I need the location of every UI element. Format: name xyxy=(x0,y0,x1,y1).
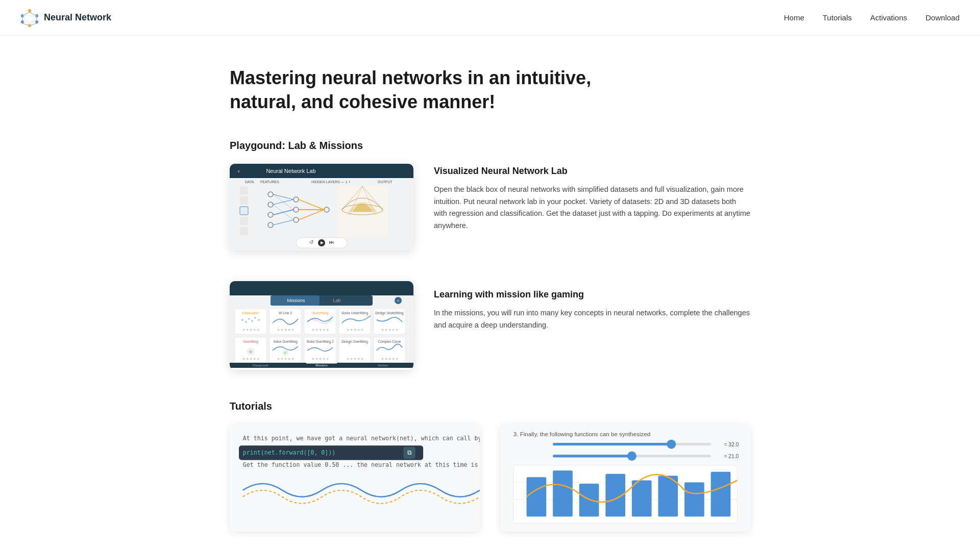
svg-text:★★★★★: ★★★★★ xyxy=(311,357,329,361)
lab-feature-desc: Open the black box of neural networks wi… xyxy=(434,184,750,233)
svg-text:= 21.0: = 21.0 xyxy=(724,453,739,459)
svg-rect-26 xyxy=(240,207,248,215)
svg-text:Underfitting: Underfitting xyxy=(311,311,329,315)
nav-home[interactable]: Home xyxy=(784,13,804,22)
svg-rect-130 xyxy=(527,477,547,516)
svg-text:★★★★★: ★★★★★ xyxy=(242,328,260,332)
nav-download[interactable]: Download xyxy=(925,13,960,22)
svg-line-7 xyxy=(30,12,37,16)
svg-line-6 xyxy=(22,12,30,16)
nav-activations[interactable]: Activations xyxy=(870,13,908,22)
svg-text:FEATURES: FEATURES xyxy=(260,180,279,184)
svg-point-67 xyxy=(242,319,243,320)
svg-text:Get the function value 0.50 ..: Get the function value 0.50 ... the neur… xyxy=(243,461,480,468)
tutorials-section-title: Tutorials xyxy=(230,400,750,412)
svg-text:print(net.forward([0, 0])): print(net.forward([0, 0])) xyxy=(243,449,335,456)
svg-text:Playground: Playground xyxy=(253,364,268,367)
svg-text:Complex Curve: Complex Curve xyxy=(378,340,401,344)
svg-rect-24 xyxy=(240,186,248,194)
navbar: Neural Network Home Tutorials Activation… xyxy=(0,0,980,36)
svg-point-70 xyxy=(252,320,253,321)
lab-screenshot-svg: ‹ Neural Network Lab DATA FEATURES HIDDE… xyxy=(230,164,413,251)
svg-point-72 xyxy=(258,319,260,320)
svg-text:★★★★★: ★★★★★ xyxy=(277,328,295,332)
svg-text:★★★★★: ★★★★★ xyxy=(311,328,329,332)
svg-text:✓: ✓ xyxy=(284,350,287,355)
missions-description: Learning with mission like gaming In the… xyxy=(434,281,750,332)
tutorial-1-svg: At this point, we have got a neural netw… xyxy=(230,424,480,530)
missions-feature-title: Learning with mission like gaming xyxy=(434,289,750,300)
svg-text:Missions: Missions xyxy=(315,364,327,367)
svg-text:Overfitting: Overfitting xyxy=(243,340,258,344)
svg-text:Design Underfitting: Design Underfitting xyxy=(375,311,404,315)
svg-text:Lab: Lab xyxy=(333,298,340,303)
nav-tutorials[interactable]: Tutorials xyxy=(823,13,852,22)
svg-text:Missions: Missions xyxy=(287,298,305,303)
svg-text:⚙: ⚙ xyxy=(249,350,252,354)
svg-text:⧉: ⧉ xyxy=(407,449,412,456)
logo-text: Neural Network xyxy=(44,12,111,23)
missions-feature-row: Learning with mission like gaming In the… xyxy=(230,281,750,370)
nav-links: Home Tutorials Activations Download xyxy=(784,13,960,22)
svg-text:↺: ↺ xyxy=(309,239,313,245)
playground-section-title: Playgound: Lab & Missions xyxy=(230,140,750,152)
svg-text:3. Finally, the following func: 3. Finally, the following functions can … xyxy=(513,431,651,437)
missions-feature-desc: In the missions, you will run into many … xyxy=(434,307,750,332)
svg-text:×: × xyxy=(397,298,400,303)
svg-point-69 xyxy=(249,318,250,319)
svg-text:★★★★★: ★★★★★ xyxy=(346,328,364,332)
tutorial-2-svg: 3. Finally, the following functions can … xyxy=(500,424,750,530)
svg-point-121 xyxy=(667,439,676,448)
tutorial-screenshot-2: 3. Finally, the following functions can … xyxy=(500,424,750,532)
svg-text:★★★★★: ★★★★★ xyxy=(381,328,399,332)
svg-rect-58 xyxy=(230,281,413,295)
logo-icon xyxy=(20,9,39,27)
lab-feature-title: Visualized Neural Network Lab xyxy=(434,166,750,177)
svg-point-71 xyxy=(255,317,256,318)
svg-point-68 xyxy=(246,321,247,322)
main-content: Mastering neural networks in an intuitiv… xyxy=(209,36,771,551)
svg-rect-132 xyxy=(579,484,599,516)
svg-text:Design Overfitting: Design Overfitting xyxy=(341,340,368,344)
svg-rect-28 xyxy=(240,227,248,235)
svg-text:⏭: ⏭ xyxy=(329,239,334,245)
svg-text:Section: Section xyxy=(378,364,388,367)
svg-text:DATA: DATA xyxy=(245,180,254,184)
tutorial-screenshot-1: At this point, we have got a neural netw… xyxy=(230,424,480,532)
svg-text:★★★★★: ★★★★★ xyxy=(381,357,399,361)
svg-text:W Line 2: W Line 2 xyxy=(279,311,292,315)
svg-text:‹: ‹ xyxy=(238,168,240,174)
svg-point-125 xyxy=(627,451,636,460)
svg-rect-108 xyxy=(306,363,337,364)
svg-text:★★★★★: ★★★★★ xyxy=(242,357,260,361)
svg-rect-27 xyxy=(240,217,248,225)
svg-text:Solve Overfitting: Solve Overfitting xyxy=(273,340,298,344)
svg-point-0 xyxy=(28,9,31,12)
svg-rect-17 xyxy=(230,164,413,178)
lab-feature-row: ‹ Neural Network Lab DATA FEATURES HIDDE… xyxy=(230,164,750,251)
lab-screenshot: ‹ Neural Network Lab DATA FEATURES HIDDE… xyxy=(230,164,413,251)
svg-rect-131 xyxy=(553,470,573,516)
svg-text:Solve Overfitting 2: Solve Overfitting 2 xyxy=(306,340,333,344)
svg-rect-136 xyxy=(684,482,704,516)
svg-rect-124 xyxy=(553,455,632,457)
lab-description: Visualized Neural Network Lab Open the b… xyxy=(434,164,750,233)
svg-text:Initialization: Initialization xyxy=(242,311,259,315)
logo[interactable]: Neural Network xyxy=(20,9,111,27)
hero-title: Mastering neural networks in an intuitiv… xyxy=(230,66,607,114)
svg-text:★★★★★: ★★★★★ xyxy=(346,357,364,361)
tutorials-row: At this point, we have got a neural netw… xyxy=(230,424,750,532)
svg-text:★★★★★: ★★★★★ xyxy=(277,357,295,361)
missions-screenshot-svg: Missions Lab × Initialization ★★★★★ xyxy=(230,281,413,368)
svg-text:Neural Network Lab: Neural Network Lab xyxy=(266,168,315,174)
svg-rect-134 xyxy=(632,480,652,516)
svg-text:= 32.0: = 32.0 xyxy=(724,441,739,447)
svg-rect-137 xyxy=(711,471,731,516)
svg-text:At this point, we have got a n: At this point, we have got a neural netw… xyxy=(243,435,480,442)
svg-rect-120 xyxy=(553,443,671,445)
missions-screenshot: Missions Lab × Initialization ★★★★★ xyxy=(230,281,413,370)
svg-text:OUTPUT: OUTPUT xyxy=(378,180,393,184)
svg-text:Some Underfitting: Some Underfitting xyxy=(341,311,368,315)
svg-rect-25 xyxy=(240,196,248,205)
svg-text:HIDDEN LAYERS — 1 +: HIDDEN LAYERS — 1 + xyxy=(311,180,351,184)
